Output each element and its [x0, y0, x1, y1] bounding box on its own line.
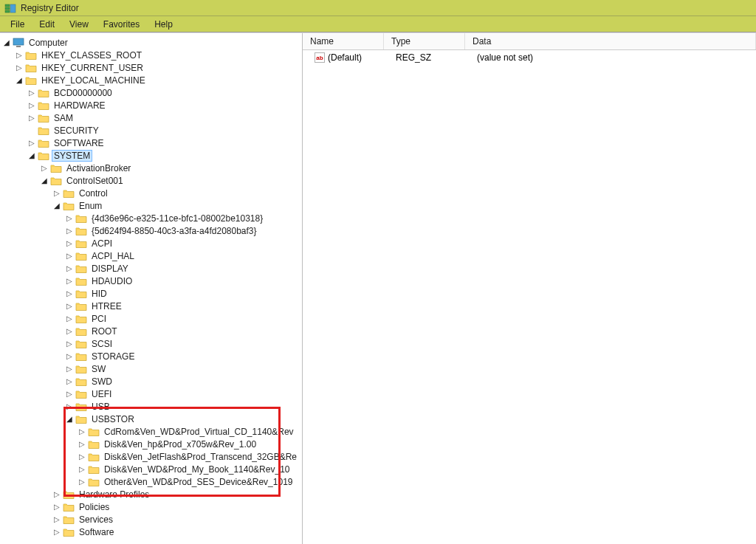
tree-label: ACPI: [90, 238, 114, 249]
tree-label: Disk&Ven_JetFlash&Prod_Transcend_32GB&Re: [103, 452, 298, 462]
expander-icon[interactable]: ▷: [52, 489, 61, 499]
tree-label: Disk&Ven_hp&Prod_x705w&Rev_1.00: [103, 439, 258, 450]
folder-icon: [38, 138, 49, 148]
tree-label: Software: [78, 527, 115, 537]
tree-item-ustor4[interactable]: ▷ Disk&Ven_WD&Prod_My_Book_1140&Rev_10: [77, 463, 302, 475]
expander-icon[interactable]: ▷: [64, 276, 74, 286]
tree-item-csoftware[interactable]: ▷ Software: [52, 526, 302, 538]
expander-icon[interactable]: ▷: [27, 138, 36, 148]
expander-icon[interactable]: ▷: [64, 238, 74, 248]
expander-icon[interactable]: ▷: [64, 339, 74, 348]
tree-item-swd[interactable]: ▷ SWD: [64, 375, 302, 388]
expander-icon[interactable]: ▷: [52, 514, 61, 524]
expander-icon[interactable]: ▷: [64, 402, 74, 411]
tree-item-htree[interactable]: ▷ HTREE: [64, 300, 302, 312]
expander-icon[interactable]: ▷: [27, 88, 36, 97]
tree-item-services[interactable]: ▷ Services: [52, 513, 302, 526]
tree-item-pci[interactable]: ▷ PCI: [64, 312, 302, 325]
tree-item-controlset001[interactable]: ◢ ControlSet001: [39, 174, 302, 187]
menu-favorites[interactable]: Favorites: [96, 18, 147, 31]
expander-icon[interactable]: ▷: [64, 226, 74, 235]
expander-icon[interactable]: ▷: [64, 289, 74, 298]
expander-icon[interactable]: ◢: [64, 414, 74, 424]
expander-icon[interactable]: ◢: [39, 176, 49, 185]
expander-icon[interactable]: ▷: [27, 100, 36, 110]
tree-item-enum[interactable]: ◢ Enum: [52, 199, 302, 212]
expander-icon[interactable]: ▷: [52, 527, 61, 537]
tree-item-system[interactable]: ◢ SYSTEM: [27, 149, 302, 162]
column-name[interactable]: Name: [303, 33, 384, 49]
tree-item-hkcu[interactable]: ▷ HKEY_CURRENT_USER: [14, 61, 302, 74]
tree-item-bcd[interactable]: ▷ BCD00000000: [27, 86, 302, 99]
expander-icon[interactable]: ▷: [77, 452, 86, 461]
tree-item-software[interactable]: ▷ SOFTWARE: [27, 137, 302, 149]
expander-icon[interactable]: ▷: [52, 502, 61, 512]
expander-icon[interactable]: ◢: [52, 201, 61, 210]
menu-help[interactable]: Help: [147, 18, 180, 31]
folder-icon: [75, 389, 87, 399]
tree-item-ustor1[interactable]: ▷ CdRom&Ven_WD&Prod_Virtual_CD_1140&Rev: [77, 425, 302, 438]
tree-item-ustor2[interactable]: ▷ Disk&Ven_hp&Prod_x705w&Rev_1.00: [77, 438, 302, 450]
tree-item-root[interactable]: ◢ Computer: [1, 36, 302, 49]
tree-item-usb[interactable]: ▷ USB: [64, 400, 302, 413]
tree-item-hklm[interactable]: ◢ HKEY_LOCAL_MACHINE: [14, 74, 302, 86]
tree-item-rroot[interactable]: ▷ ROOT: [64, 325, 302, 337]
expander-icon[interactable]: ▷: [39, 163, 49, 173]
tree-item-hdaudio[interactable]: ▷ HDAUDIO: [64, 275, 302, 287]
expander-icon[interactable]: ◢: [27, 151, 36, 160]
tree-item-storage[interactable]: ▷ STORAGE: [64, 350, 302, 362]
title-bar: Registry Editor: [0, 0, 756, 16]
tree-item-usbstor[interactable]: ◢ USBSTOR: [64, 413, 302, 425]
tree-item-activationbroker[interactable]: ▷ ActivationBroker: [39, 162, 302, 174]
expander-icon[interactable]: ▷: [64, 251, 74, 261]
expander-icon[interactable]: ▷: [64, 301, 74, 311]
expander-icon[interactable]: ▷: [52, 188, 61, 198]
expander-icon[interactable]: ▷: [64, 213, 74, 223]
column-data[interactable]: Data: [465, 33, 756, 49]
menu-file[interactable]: File: [3, 18, 32, 31]
expander-icon[interactable]: ▷: [64, 351, 74, 361]
tree-pane[interactable]: ◢ Computer ▷ HKEY_CLASSES_ROOT ▷ HKEY_CU…: [0, 33, 303, 544]
tree-item-hardware[interactable]: ▷ HARDWARE: [27, 99, 302, 111]
tree-item-guid1[interactable]: ▷ {4d36e96c-e325-11ce-bfc1-08002be10318}: [64, 212, 302, 224]
tree-item-ustor3[interactable]: ▷ Disk&Ven_JetFlash&Prod_Transcend_32GB&…: [77, 450, 302, 463]
expander-icon[interactable]: ▷: [64, 376, 74, 386]
column-type[interactable]: Type: [384, 33, 465, 49]
expander-icon[interactable]: ▷: [27, 113, 36, 123]
expander-icon[interactable]: ▷: [64, 364, 74, 373]
value-row[interactable]: ab (Default) REG_SZ (value not set): [303, 52, 756, 63]
expander-icon[interactable]: ▷: [77, 464, 86, 474]
tree-label: Other&Ven_WD&Prod_SES_Device&Rev_1019: [103, 477, 294, 487]
tree-label: Computer: [27, 38, 69, 48]
tree-label: HARDWARE: [52, 100, 107, 111]
expander-icon[interactable]: ◢: [14, 75, 24, 85]
expander-icon[interactable]: ▷: [14, 50, 24, 60]
tree-item-display[interactable]: ▷ DISPLAY: [64, 262, 302, 275]
tree-item-acpihal[interactable]: ▷ ACPI_HAL: [64, 249, 302, 262]
expander-icon[interactable]: ▷: [64, 326, 74, 336]
tree-item-ustor5[interactable]: ▷ Other&Ven_WD&Prod_SES_Device&Rev_1019: [77, 475, 302, 488]
list-body[interactable]: ab (Default) REG_SZ (value not set): [303, 50, 756, 544]
tree-item-acpi[interactable]: ▷ ACPI: [64, 237, 302, 249]
tree-item-sw[interactable]: ▷ SW: [64, 362, 302, 375]
tree-item-hwprofiles[interactable]: ▷ Hardware Profiles: [52, 488, 302, 500]
expander-icon[interactable]: ▷: [77, 439, 86, 449]
expander-icon[interactable]: ▷: [64, 264, 74, 273]
menu-view[interactable]: View: [62, 18, 96, 31]
expander-icon[interactable]: ▷: [77, 427, 86, 436]
tree-item-hkcr[interactable]: ▷ HKEY_CLASSES_ROOT: [14, 49, 302, 61]
expander-icon[interactable]: ▷: [77, 477, 86, 486]
expander-icon[interactable]: ◢: [1, 38, 11, 47]
tree-item-uefi[interactable]: ▷ UEFI: [64, 388, 302, 400]
expander-icon[interactable]: ▷: [14, 63, 24, 72]
tree-item-hid[interactable]: ▷ HID: [64, 287, 302, 300]
tree-item-scsi[interactable]: ▷ SCSI: [64, 337, 302, 350]
tree-item-control[interactable]: ▷ Control: [52, 187, 302, 199]
tree-item-sam[interactable]: ▷ SAM: [27, 111, 302, 124]
menu-edit[interactable]: Edit: [32, 18, 62, 31]
expander-icon[interactable]: ▷: [64, 389, 74, 399]
tree-item-guid2[interactable]: ▷ {5d624f94-8850-40c3-a3fa-a4fd2080baf3}: [64, 224, 302, 237]
tree-item-security[interactable]: SECURITY: [27, 124, 302, 137]
tree-item-policies[interactable]: ▷ Policies: [52, 500, 302, 513]
expander-icon[interactable]: ▷: [64, 314, 74, 323]
